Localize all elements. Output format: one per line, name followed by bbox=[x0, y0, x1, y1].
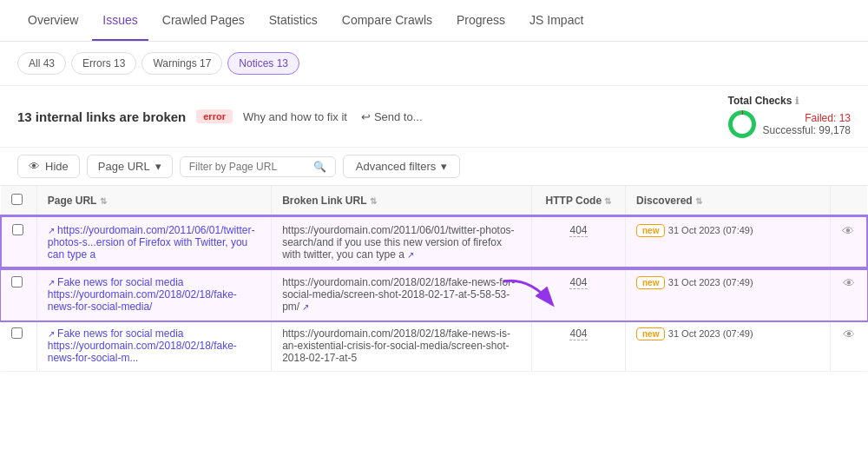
row-checkbox[interactable] bbox=[12, 224, 23, 235]
col-page-url[interactable]: Page URL ⇅ bbox=[36, 186, 271, 216]
sort-icon: ⇅ bbox=[100, 196, 107, 206]
donut-chart bbox=[728, 110, 756, 138]
broken-link-text: https://yourdomain.com/2018/02/18/fake-n… bbox=[282, 276, 515, 313]
page-url-link[interactable]: Fake news for social media https://yourd… bbox=[48, 327, 237, 364]
col-action bbox=[830, 186, 867, 216]
hide-button[interactable]: 👁 Hide bbox=[17, 155, 80, 178]
date-text: 31 Oct 2023 (07:49) bbox=[668, 225, 753, 235]
row-discovered-cell: new 31 Oct 2023 (07:49) bbox=[625, 216, 830, 268]
col-discovered[interactable]: Discovered ⇅ bbox=[625, 186, 830, 216]
page-url-link[interactable]: Fake news for social media https://yourd… bbox=[48, 276, 237, 313]
sort-icon-2: ⇅ bbox=[370, 196, 377, 206]
nav-progress[interactable]: Progress bbox=[446, 1, 516, 41]
http-code-value: 404 bbox=[569, 327, 587, 340]
row-page-url-cell: ↗ Fake news for social media https://you… bbox=[36, 321, 271, 372]
row-broken-link-cell: https://yourdomain.com/2011/06/01/twitte… bbox=[272, 216, 532, 268]
broken-link-text: https://yourdomain.com/2018/02/18/fake-n… bbox=[282, 327, 510, 364]
send-icon: ↩ bbox=[361, 110, 371, 123]
new-badge: new bbox=[636, 327, 665, 340]
filter-tab-notices[interactable]: Notices 13 bbox=[227, 52, 299, 75]
nav-compare-crawls[interactable]: Compare Crawls bbox=[332, 1, 443, 41]
row-action-cell: 👁 bbox=[830, 216, 867, 268]
error-badge: error bbox=[196, 109, 233, 123]
nav-js-impact[interactable]: JS Impact bbox=[519, 1, 594, 41]
row-checkbox-cell bbox=[1, 321, 36, 372]
info-icon: ℹ bbox=[795, 96, 799, 107]
col-checkbox bbox=[1, 186, 36, 216]
date-text: 31 Oct 2023 (07:49) bbox=[668, 277, 753, 287]
chevron-down-icon: ▾ bbox=[155, 160, 161, 173]
table-row: ↗ Fake news for social media https://you… bbox=[1, 268, 867, 321]
issue-header: 13 internal links are broken error Why a… bbox=[0, 86, 868, 148]
new-badge: new bbox=[636, 276, 665, 289]
col-http-code[interactable]: HTTP Code ⇅ bbox=[532, 186, 626, 216]
nav-issues[interactable]: Issues bbox=[92, 1, 148, 41]
col-broken-link-url[interactable]: Broken Link URL ⇅ bbox=[272, 186, 532, 216]
issue-title: 13 internal links are broken bbox=[17, 109, 186, 124]
advanced-filters-button[interactable]: Advanced filters ▾ bbox=[343, 155, 461, 178]
row-http-code-cell: 404 bbox=[532, 321, 626, 372]
row-checkbox-cell bbox=[1, 268, 36, 321]
search-icon: 🔍 bbox=[313, 161, 326, 173]
total-checks: Total Checks ℹ Failed: 13 Successful: 99… bbox=[728, 95, 851, 138]
row-page-url-cell: ↗ Fake news for social media https://you… bbox=[36, 268, 271, 321]
why-fix-link[interactable]: Why and how to fix it bbox=[243, 110, 347, 123]
nav-statistics[interactable]: Statistics bbox=[259, 1, 328, 41]
row-discovered-cell: new 31 Oct 2023 (07:49) bbox=[625, 321, 830, 372]
row-http-code-cell: 404 bbox=[532, 216, 626, 268]
total-checks-label: Total Checks bbox=[728, 95, 792, 107]
row-broken-link-cell: https://yourdomain.com/2018/02/18/fake-n… bbox=[272, 268, 532, 321]
row-http-code-cell: 404 bbox=[532, 268, 626, 321]
row-action-cell: 👁 bbox=[830, 268, 867, 321]
row-discovered-cell: new 31 Oct 2023 (07:49) bbox=[625, 268, 830, 321]
ext-icon-broken2: ↗ bbox=[302, 302, 309, 312]
success-count: Successful: 99,178 bbox=[763, 124, 851, 136]
issues-table: Page URL ⇅ Broken Link URL ⇅ HTTP Code ⇅… bbox=[0, 186, 868, 372]
filter-tabs-bar: All 43 Errors 13 Warnings 17 Notices 13 bbox=[0, 42, 868, 86]
select-all-checkbox[interactable] bbox=[11, 194, 23, 205]
table-row: ↗ Fake news for social media https://you… bbox=[1, 321, 867, 372]
table-row: ↗ https://yourdomain.com/2011/06/01/twit… bbox=[1, 216, 867, 268]
filter-input-wrapper: 🔍 bbox=[180, 156, 336, 177]
row-page-url-cell: ↗ https://yourdomain.com/2011/06/01/twit… bbox=[36, 216, 271, 268]
date-text: 31 Oct 2023 (07:49) bbox=[668, 328, 753, 339]
filter-tab-warnings[interactable]: Warnings 17 bbox=[141, 52, 222, 75]
nav-crawled-pages[interactable]: Crawled Pages bbox=[152, 1, 255, 41]
row-broken-link-cell: https://yourdomain.com/2018/02/18/fake-n… bbox=[272, 321, 532, 372]
row-action-cell: 👁 bbox=[830, 321, 867, 372]
external-link-icon: ↗ bbox=[48, 278, 55, 287]
row-checkbox[interactable] bbox=[11, 276, 23, 287]
eye-icon: 👁 bbox=[29, 160, 40, 173]
sort-icon-4: ⇅ bbox=[695, 196, 702, 206]
external-link-icon: ↗ bbox=[48, 329, 55, 339]
sort-icon-3: ⇅ bbox=[604, 196, 611, 206]
toolbar: 👁 Hide Page URL ▾ 🔍 Advanced filters ▾ bbox=[0, 148, 868, 186]
view-icon[interactable]: 👁 bbox=[843, 276, 855, 290]
nav-overview[interactable]: Overview bbox=[17, 1, 89, 41]
send-to-button[interactable]: ↩ Send to... bbox=[361, 110, 423, 123]
page-url-select[interactable]: Page URL ▾ bbox=[87, 155, 173, 178]
failed-count: Failed: 13 bbox=[763, 112, 851, 124]
http-code-value: 404 bbox=[569, 224, 587, 237]
filter-input[interactable] bbox=[189, 161, 308, 173]
external-link-icon: ↗ bbox=[48, 226, 55, 235]
row-checkbox-cell bbox=[1, 216, 36, 268]
row-checkbox[interactable] bbox=[11, 327, 23, 339]
new-badge: new bbox=[636, 224, 665, 237]
page-url-link[interactable]: https://yourdomain.com/2011/06/01/twitte… bbox=[48, 224, 255, 261]
http-code-value: 404 bbox=[569, 276, 587, 289]
filter-tab-errors[interactable]: Errors 13 bbox=[71, 52, 136, 75]
ext-icon-broken: ↗ bbox=[407, 250, 414, 260]
top-nav: Overview Issues Crawled Pages Statistics… bbox=[0, 0, 868, 42]
view-icon[interactable]: 👁 bbox=[843, 327, 855, 341]
chevron-down-icon-2: ▾ bbox=[441, 160, 447, 173]
filter-tab-all[interactable]: All 43 bbox=[17, 52, 66, 75]
broken-link-text: https://yourdomain.com/2011/06/01/twitte… bbox=[282, 224, 514, 261]
view-icon[interactable]: 👁 bbox=[842, 224, 854, 238]
